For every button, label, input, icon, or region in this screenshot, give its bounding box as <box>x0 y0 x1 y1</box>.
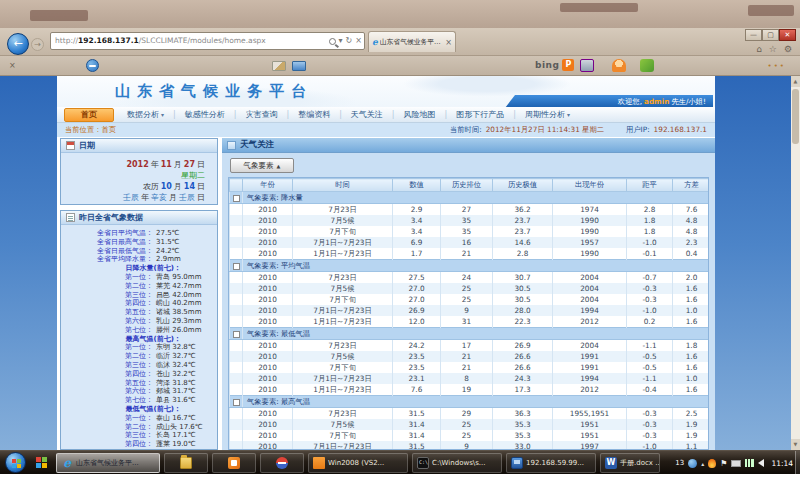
menu-item-3[interactable]: 灾害查询 <box>238 108 284 122</box>
checkbox[interactable] <box>233 263 240 270</box>
table-cell: 29 <box>441 408 493 420</box>
ime-flame-icon[interactable] <box>708 459 716 468</box>
menu-item-6[interactable]: 风险地图 <box>397 108 443 122</box>
table-row[interactable]: 20107月5候3.43523.719901.84.8 <box>230 215 710 226</box>
taskbar-button-remote[interactable]: 192.168.59.99... <box>506 453 596 473</box>
group-header-row[interactable]: 气象要素: 平均气温 <box>230 260 710 272</box>
element-filter-button[interactable]: 气象要素 ▲ <box>230 158 294 173</box>
table-cell: 7月1日~7月23日 <box>293 237 393 248</box>
table-row[interactable]: 20107月1日~7月23日6.91614.61957-1.02.3 <box>230 237 710 248</box>
app-grid-icon[interactable] <box>36 457 41 462</box>
search-icon[interactable] <box>329 38 336 45</box>
table-row[interactable]: 20107月1日~7月23日26.9928.01994-1.01.0 <box>230 305 710 316</box>
clock[interactable]: 11:14 <box>771 459 793 468</box>
overflow-dots-icon[interactable]: ••• <box>768 62 786 70</box>
table-row[interactable]: 20101月1日~7月23日1.7212.81990-0.10.4 <box>230 248 710 260</box>
group-header-row[interactable]: 气象要素: 最高气温 <box>230 396 710 408</box>
address-bar[interactable]: http://192.168.137.1/SLCCLIMATE/modules/… <box>50 32 365 50</box>
table-cell: 4.8 <box>673 226 710 237</box>
close-button[interactable]: ✕ <box>779 29 796 41</box>
taskbar-button-vm[interactable]: Win2008 (VS2... <box>308 453 408 473</box>
show-desktop-button[interactable] <box>795 451 800 475</box>
chevron-down-icon[interactable]: ▾ <box>339 33 343 49</box>
taskbar-button-folder[interactable] <box>164 453 208 473</box>
calendar-weekday: 星期二 <box>61 170 205 181</box>
menu-item-8[interactable]: 周期性分析▾ <box>518 108 577 122</box>
table-row[interactable]: 20107月下旬3.43523.719901.84.8 <box>230 226 710 237</box>
taskbar-button-word[interactable]: W手册.docx .. <box>600 453 660 473</box>
forward-button[interactable]: → <box>31 38 44 51</box>
addressbar-controls: ▾ ↻ × <box>326 33 362 49</box>
scroll-down-icon[interactable]: ▼ <box>791 439 800 450</box>
scroll-up-icon[interactable]: ▲ <box>791 76 800 87</box>
checkbox[interactable] <box>233 399 240 406</box>
breadcrumb[interactable]: 当前位置：首页 <box>65 123 116 137</box>
table-row[interactable]: 20107月1日~7月23日23.1824.31994-1.11.0 <box>230 373 710 384</box>
table-row[interactable]: 20107月下旬27.02530.52004-0.31.6 <box>230 294 710 305</box>
menu-item-0[interactable]: 首页 <box>64 108 114 122</box>
card-icon[interactable] <box>272 61 286 71</box>
table-row[interactable]: 20101月1日~7月23日12.03122.320120.21.6 <box>230 316 710 328</box>
mail-icon[interactable] <box>292 61 306 71</box>
maximize-button[interactable]: ▢ <box>762 29 779 41</box>
signal-bars-icon[interactable] <box>745 459 754 467</box>
taskbar-button-orange[interactable] <box>212 453 256 473</box>
compatibility-icon[interactable] <box>86 59 99 72</box>
menu-item-7[interactable]: 图形下行产品 <box>449 108 511 122</box>
taskbar-button-cmd[interactable]: C:\Windows\s... <box>412 453 502 473</box>
minimize-button[interactable]: — <box>745 29 762 41</box>
table-cell: -1.1 <box>627 373 673 384</box>
column-header: 时间 <box>293 179 393 192</box>
speaker-icon[interactable] <box>758 459 764 467</box>
table-row[interactable]: 20107月下旬23.52126.61991-0.51.6 <box>230 362 710 373</box>
bing-logo[interactable]: bing P <box>535 59 574 71</box>
tab-close-icon[interactable]: × <box>445 38 452 47</box>
table-row[interactable]: 20107月5候23.52126.61991-0.51.6 <box>230 351 710 362</box>
scrollbar[interactable]: ▲ ▼ <box>791 76 800 450</box>
addon-puzzle-icon[interactable] <box>640 59 654 72</box>
back-button[interactable]: ← <box>7 33 29 55</box>
taskbar-button-ie[interactable]: e山东省气候业务平... <box>56 453 160 473</box>
tray-app-icon[interactable] <box>688 459 697 468</box>
scrollbar-thumb[interactable] <box>792 89 799 144</box>
hidden-icons-caret-icon[interactable]: ▴ <box>701 460 704 467</box>
table-row[interactable]: 20107月5候27.02530.52004-0.31.6 <box>230 283 710 294</box>
home-icon[interactable]: ⌂ <box>756 44 762 54</box>
table-row[interactable]: 20107月下旬31.42535.31951-0.31.9 <box>230 430 710 441</box>
table-row[interactable]: 20107月5候31.42535.31951-0.31.9 <box>230 419 710 430</box>
row-indent-cell <box>230 419 243 430</box>
person-icon[interactable] <box>612 59 626 72</box>
group-header-row[interactable]: 气象要素: 降水量 <box>230 192 710 204</box>
gear-icon[interactable]: ⚙ <box>784 44 792 54</box>
network-monitor-icon[interactable] <box>731 460 741 467</box>
menu-item-5[interactable]: 天气关注 <box>344 108 390 122</box>
window-controls: — ▢ ✕ <box>745 29 796 41</box>
table-cell: 2010 <box>243 226 293 237</box>
browser-tab[interactable]: e 山东省气候业务平... × <box>368 31 456 52</box>
start-button[interactable] <box>5 452 26 473</box>
table-row[interactable]: 20107月23日27.52430.72004-0.72.0 <box>230 272 710 284</box>
menu-item-label: 天气关注 <box>351 108 383 122</box>
menu-item-4[interactable]: 整编资料 <box>291 108 337 122</box>
table-row[interactable]: 20107月1日~7月23日31.5933.01997-1.01.1 <box>230 441 710 450</box>
table-row[interactable]: 20107月23日2.92736.219742.87.6 <box>230 204 710 216</box>
weather-rank-row: 第六位：乳山 29.3mm <box>61 317 215 326</box>
checkbox[interactable] <box>233 195 240 202</box>
close-sidebar-icon[interactable]: × <box>9 61 16 70</box>
weather-rank-row: 第二位：莱芜 42.7mm <box>61 282 215 291</box>
taskbar-button-media[interactable] <box>260 453 304 473</box>
checkbox[interactable] <box>233 331 240 338</box>
table-row[interactable]: 20107月23日31.52936.31955,1951-0.32.5 <box>230 408 710 420</box>
refresh-icon[interactable]: ↻ <box>346 33 353 49</box>
favorites-star-icon[interactable]: ☆ <box>769 44 777 54</box>
table-cell: 7.6 <box>673 204 710 216</box>
report-icon <box>66 213 75 222</box>
menu-item-2[interactable]: 敏感性分析 <box>178 108 232 122</box>
group-header-row[interactable]: 气象要素: 最低气温 <box>230 328 710 340</box>
table-row[interactable]: 20107月23日24.21726.92004-1.11.8 <box>230 340 710 352</box>
stop-icon[interactable]: × <box>355 33 362 49</box>
menu-item-1[interactable]: 数据分析▾ <box>120 108 171 122</box>
camera-icon[interactable] <box>580 59 594 72</box>
table-row[interactable]: 20101月1日~7月23日7.61917.32012-0.41.6 <box>230 384 710 396</box>
action-center-flag-icon[interactable]: ⚑ <box>720 459 727 468</box>
